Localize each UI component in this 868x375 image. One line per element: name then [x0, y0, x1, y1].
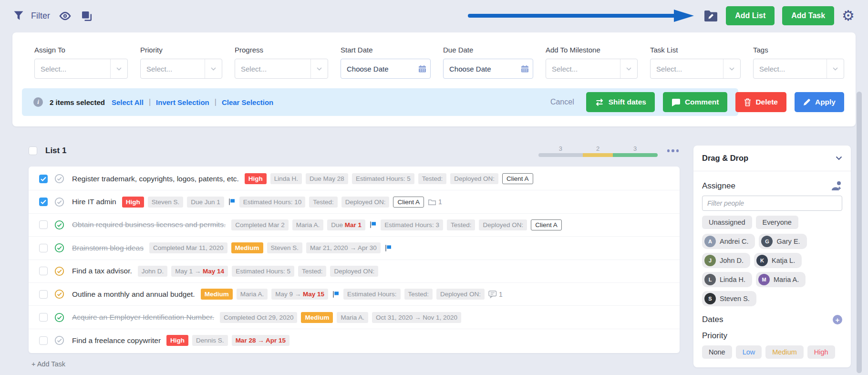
select-dropdown[interactable]: Select...	[34, 59, 128, 79]
select-dropdown[interactable]: Select...	[546, 59, 638, 79]
field-badge[interactable]: Tested:	[447, 219, 475, 230]
milestone-flag-icon[interactable]	[384, 244, 392, 252]
milestone-flag-icon[interactable]	[228, 198, 236, 206]
task-checkbox[interactable]	[39, 175, 48, 183]
task-title[interactable]: Register trademark, copyrights, logos, p…	[72, 175, 239, 183]
field-badge[interactable]: Estimated Hours: 10	[239, 197, 305, 208]
select-dropdown[interactable]: Select...	[235, 59, 328, 79]
field-badge[interactable]: Tested:	[309, 197, 338, 208]
status-check-icon[interactable]	[54, 335, 64, 345]
copy-layers-icon[interactable]	[81, 10, 92, 21]
task-title[interactable]: Brainstorm blog ideas	[72, 244, 144, 252]
field-badge[interactable]: Estimated Hours: 3	[381, 219, 443, 230]
chip-unassigned[interactable]: Unassigned	[702, 216, 752, 229]
select-dropdown[interactable]: Select...	[140, 59, 222, 79]
selection-link-select-all[interactable]: Select All	[112, 98, 144, 106]
field-badge[interactable]: Deployed ON:	[479, 219, 527, 230]
field-badge[interactable]: Deployed ON:	[341, 197, 390, 208]
priority-chip-low[interactable]: Low	[736, 345, 762, 359]
field-badge[interactable]: Due Jun 1	[187, 197, 224, 208]
client-badge[interactable]: Client A	[502, 173, 533, 184]
priority-badge[interactable]: High	[122, 197, 144, 208]
select-dropdown[interactable]: Select...	[650, 59, 741, 79]
task-checkbox[interactable]	[39, 336, 48, 345]
person-chip[interactable]: GGary E.	[759, 234, 806, 249]
task-title[interactable]: Acquire an Employer Identification Numbe…	[72, 313, 214, 322]
date-badge[interactable]: May 9 → May 15	[271, 289, 328, 300]
person-add-icon[interactable]	[831, 181, 842, 191]
field-badge[interactable]: Tested:	[298, 266, 327, 277]
priority-badge[interactable]: Medium	[201, 289, 233, 300]
list-checkbox[interactable]	[29, 146, 37, 155]
field-badge[interactable]: Tested:	[418, 173, 447, 184]
field-badge[interactable]: Completed Mar 11, 2020	[149, 242, 227, 253]
field-badge[interactable]: Tested:	[404, 289, 433, 300]
field-badge[interactable]: Estimated Hours:	[343, 289, 401, 300]
person-chip[interactable]: KKatja L.	[754, 253, 802, 268]
apply-button[interactable]: Apply	[795, 92, 844, 112]
priority-chip-high[interactable]: High	[807, 345, 835, 359]
date-badge[interactable]: Mar 28 → Apr 15	[232, 335, 289, 346]
folder-edit-icon[interactable]	[703, 9, 718, 22]
task-title[interactable]: Outline a monthly and annual budget.	[72, 290, 195, 299]
field-badge[interactable]: Oct 31, 2020 → Nov 1, 2020	[372, 312, 461, 323]
vertical-scrollbar[interactable]	[857, 92, 862, 373]
field-badge[interactable]: Dennis S.	[192, 335, 228, 346]
task-checkbox[interactable]	[39, 220, 48, 229]
task-checkbox[interactable]	[39, 313, 48, 322]
field-badge[interactable]: Deployed ON:	[330, 266, 378, 277]
status-check-icon[interactable]	[54, 174, 64, 184]
priority-chip-none[interactable]: None	[702, 345, 732, 359]
person-chip[interactable]: JJohn D.	[702, 253, 750, 268]
task-checkbox[interactable]	[39, 198, 48, 206]
task-checkbox[interactable]	[39, 244, 48, 252]
person-chip[interactable]: AAndrei C.	[702, 234, 755, 249]
status-check-icon[interactable]	[54, 220, 64, 230]
field-badge[interactable]: Maria A.	[337, 312, 368, 323]
status-check-icon[interactable]	[54, 289, 64, 299]
field-badge[interactable]: Due May 28	[306, 173, 348, 184]
field-badge[interactable]: Maria A.	[292, 219, 324, 230]
field-badge[interactable]: Deployed ON:	[436, 289, 485, 300]
selection-link-invert-selection[interactable]: Invert Selection	[156, 98, 209, 106]
task-title[interactable]: Find a tax advisor.	[72, 267, 132, 275]
person-chip[interactable]: SSteven S.	[702, 291, 756, 306]
task-title[interactable]: Find a freelance copywriter	[72, 336, 161, 345]
task-checkbox[interactable]	[39, 290, 48, 299]
priority-badge[interactable]: High	[166, 335, 188, 346]
shift-dates-button[interactable]: Shift dates	[586, 92, 655, 112]
filter-funnel-icon[interactable]	[13, 10, 24, 21]
field-badge[interactable]: Mar 21, 2020 → Apr 30	[306, 242, 381, 253]
comment-button[interactable]: Comment	[663, 92, 727, 112]
add-task-button[interactable]: Add Task	[782, 6, 834, 25]
status-check-icon[interactable]	[54, 243, 64, 253]
date-badge[interactable]: May 1 → May 14	[171, 266, 228, 277]
selection-link-clear-selection[interactable]: Clear Selection	[222, 98, 273, 106]
delete-button[interactable]: Delete	[735, 92, 786, 112]
field-badge[interactable]: Linda H.	[270, 173, 302, 184]
field-badge[interactable]: Maria A.	[237, 289, 268, 300]
settings-gear-icon[interactable]: ⚙	[842, 9, 855, 23]
progress-bar[interactable]	[538, 153, 658, 157]
select-dropdown[interactable]: Select...	[753, 59, 844, 79]
folder-counter[interactable]: 1	[428, 198, 442, 206]
add-task-link[interactable]: + Add Task	[31, 360, 680, 368]
status-check-icon[interactable]	[54, 266, 64, 276]
list-menu-dots[interactable]	[666, 147, 680, 154]
date-badge[interactable]: Due Mar 1	[327, 219, 365, 230]
eye-icon[interactable]	[59, 11, 71, 21]
field-badge[interactable]: Completed Oct 29, 2020	[220, 312, 297, 323]
person-chip[interactable]: LLinda H.	[702, 272, 752, 287]
comment-counter[interactable]: 1	[488, 291, 503, 298]
field-badge[interactable]: Completed Mar 2	[231, 219, 289, 230]
field-badge[interactable]: Estimated Hours: 5	[232, 266, 294, 277]
field-badge[interactable]: Steven S.	[148, 197, 184, 208]
filter-people-input[interactable]	[702, 196, 842, 211]
filter-label[interactable]: Filter	[31, 11, 50, 21]
person-chip[interactable]: MMaria A.	[756, 272, 806, 287]
client-badge[interactable]: Client A	[531, 219, 562, 230]
add-date-icon[interactable]: +	[833, 315, 842, 324]
field-badge[interactable]: Steven S.	[267, 242, 303, 253]
field-badge[interactable]: Estimated Hours: 5	[352, 173, 414, 184]
date-picker[interactable]: Choose Date	[443, 59, 533, 79]
